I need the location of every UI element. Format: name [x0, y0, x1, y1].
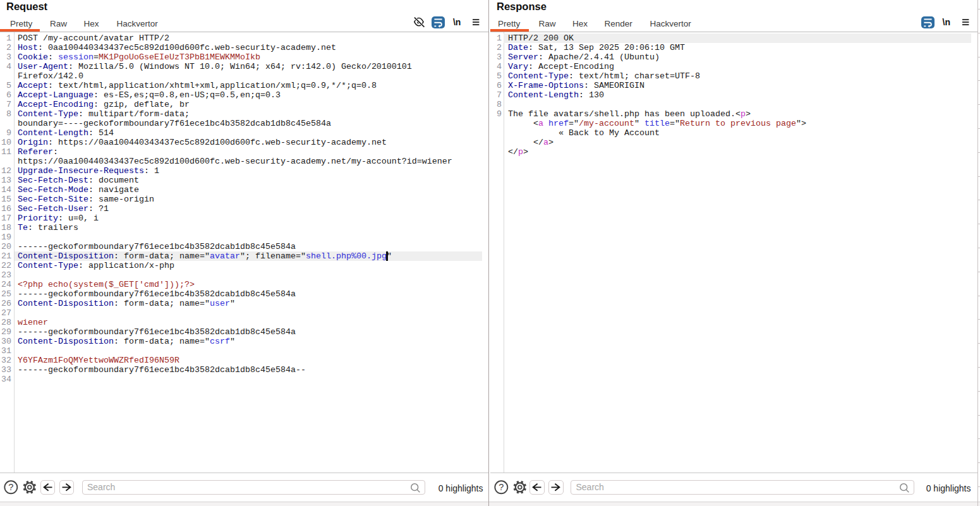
svg-text:?: ? — [8, 482, 13, 492]
svg-text:?: ? — [499, 482, 504, 492]
